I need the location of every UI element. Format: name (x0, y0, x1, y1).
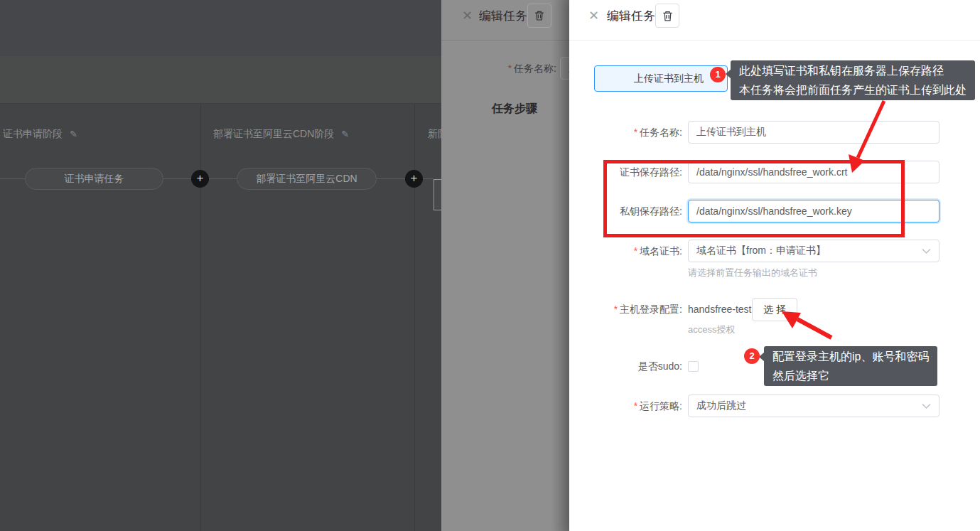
stage-divider (200, 104, 201, 531)
stage-title-1: 证书申请阶段 ✎ (3, 128, 77, 141)
edit-task-drawer-background: ✕ 编辑任务 *任务名称: 新 任务步骤 (441, 0, 569, 531)
tooltip-arrow (726, 69, 731, 79)
drawer-title: 编辑任务 (479, 8, 527, 24)
connector-line (423, 178, 434, 179)
drawer-title: 编辑任务 (607, 8, 655, 24)
connector-line (377, 178, 405, 179)
close-icon[interactable]: ✕ (462, 9, 473, 22)
annotation-badge-1: 1 (710, 67, 726, 82)
annotation-tooltip-1: 此处填写证书和私钥在服务器上保存路径 本任务将会把前面任务产生的证书上传到此处 (731, 60, 975, 100)
run-policy-label: *运行策略: (540, 400, 682, 413)
stage-divider (414, 104, 415, 531)
connector-line (163, 178, 192, 179)
host-select-button[interactable]: 选 择 (752, 298, 797, 321)
edit-icon[interactable]: ✎ (341, 129, 349, 139)
task-type-button[interactable]: 上传证书到主机 (594, 65, 728, 92)
chevron-down-icon (922, 403, 931, 409)
delete-task-button[interactable] (655, 4, 679, 28)
annotation-tooltip-2: 配置登录主机的ip、账号和密码 然后选择它 (764, 346, 937, 386)
task-node[interactable]: 部署证书至阿里云CDN (237, 168, 377, 190)
close-icon[interactable]: ✕ (588, 9, 599, 22)
add-task-button[interactable]: + (405, 170, 423, 188)
chevron-down-icon (922, 248, 931, 254)
drawer-header: ✕ 编辑任务 (569, 0, 980, 40)
add-task-button[interactable]: + (191, 170, 209, 188)
trash-icon (662, 10, 674, 22)
delete-task-button[interactable] (527, 4, 551, 28)
header-divider (441, 40, 569, 41)
cert-path-input[interactable] (688, 161, 939, 183)
header-divider (569, 40, 980, 41)
domain-cert-hint: 请选择前置任务输出的域名证书 (688, 267, 817, 279)
domain-cert-select[interactable] (688, 240, 939, 262)
host-login-hint: access授权 (688, 323, 735, 336)
edit-icon[interactable]: ✎ (70, 129, 77, 139)
trash-icon (534, 10, 545, 21)
task-steps-heading: 任务步骤 (492, 102, 537, 117)
drawer-header: ✕ 编辑任务 (441, 0, 569, 40)
sudo-checkbox[interactable] (688, 361, 699, 372)
tooltip-arrow (759, 352, 765, 362)
host-login-value: handsfree-test (688, 304, 752, 315)
task-node[interactable]: 证书申请任务 (25, 168, 163, 190)
task-name-label: *任务名称: (540, 127, 682, 139)
connector-line (209, 178, 237, 179)
drawer-shadow (551, 0, 569, 531)
annotation-badge-2: 2 (744, 348, 760, 364)
stage-title-2: 部署证书至阿里云CDN阶段 ✎ (213, 128, 349, 141)
key-path-label: 私钥保存路径: (540, 205, 682, 218)
domain-cert-label: *域名证书: (540, 245, 682, 258)
connector-line (0, 178, 25, 179)
cert-path-label: 证书保存路径: (540, 166, 682, 179)
run-policy-select[interactable] (688, 395, 939, 417)
key-path-input[interactable] (688, 200, 939, 222)
task-name-label: *任务名称: (508, 63, 556, 75)
host-login-label: *主机登录配置: (540, 304, 682, 316)
sudo-label: 是否sudo: (540, 360, 682, 373)
task-name-input[interactable] (688, 121, 939, 144)
